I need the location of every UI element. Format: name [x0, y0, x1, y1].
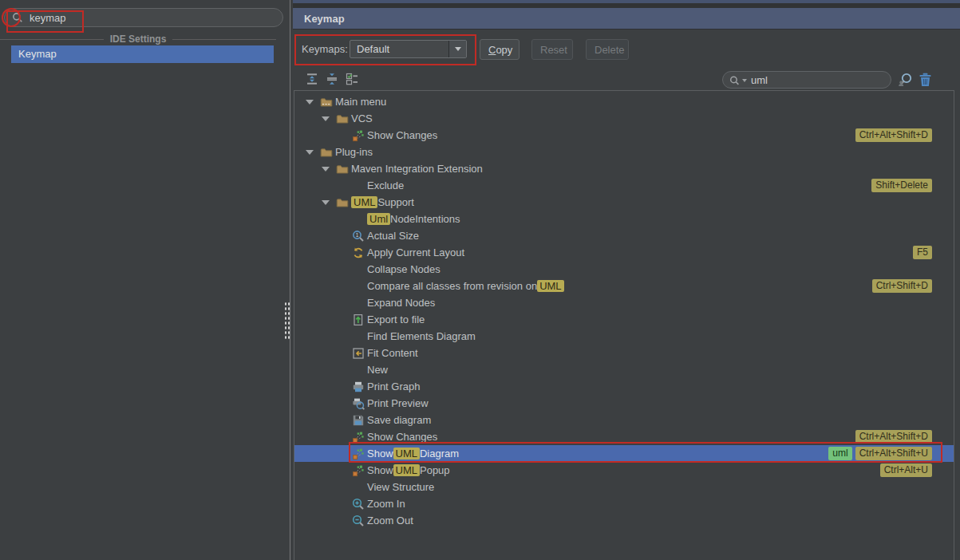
find-by-shortcut-icon[interactable] [897, 72, 913, 88]
combo-arrow-button[interactable] [448, 41, 466, 57]
chevron-expanded-icon[interactable] [304, 100, 320, 105]
copy-button[interactable]: Copy [480, 39, 520, 60]
shortcut-badge: Shift+Delete [871, 179, 932, 192]
settings-search-box[interactable] [4, 8, 283, 27]
folder-icon [320, 146, 335, 159]
tree-row-label: Show UML Popup [367, 464, 450, 476]
search-match-highlight: Uml [367, 213, 390, 225]
label-text: Actual Size [367, 230, 419, 242]
tree-row[interactable]: Expand Nodes [294, 294, 954, 311]
tree-row[interactable]: Compare all classes from revision on UML… [294, 278, 954, 294]
edit-filter-icon[interactable] [346, 73, 358, 85]
tree-row-label: Find Elements Diagram [367, 330, 476, 342]
tree-row[interactable]: Find Elements Diagram [294, 328, 954, 345]
label-text: Main menu [335, 96, 386, 108]
tree-row[interactable]: Plug-ins [294, 144, 954, 160]
tree-row[interactable]: UML Support [294, 194, 954, 211]
tree-row[interactable]: New [294, 361, 954, 378]
tree-row-label: Actual Size [367, 230, 419, 242]
tree-row[interactable]: Show UML DiagramumlCtrl+Alt+Shift+U [294, 445, 954, 462]
delete-button[interactable]: Delete [586, 39, 629, 60]
tree-row-label: View Structure [367, 481, 434, 493]
diagram-icon [352, 431, 367, 444]
divider [0, 39, 104, 40]
tree-row[interactable]: Collapse Nodes [294, 261, 954, 278]
expand-all-icon[interactable] [306, 73, 318, 85]
splitter[interactable] [290, 0, 290, 560]
print-icon [352, 381, 367, 393]
shortcut-badges: Ctrl+Alt+Shift+D [855, 128, 932, 142]
folder-menu-icon [320, 96, 335, 108]
tree-row-label: Print Preview [367, 397, 429, 409]
tree-row[interactable]: Fit Content [294, 345, 954, 361]
tree-row[interactable]: Show UML PopupCtrl+Alt+U [294, 462, 954, 479]
keymaps-select[interactable]: Default [350, 40, 467, 58]
sidebar-item-keymap[interactable]: Keymap [11, 45, 274, 63]
shortcut-badges: F5 [913, 246, 932, 259]
splitter-grip[interactable] [283, 301, 290, 339]
shortcut-search-box[interactable] [722, 71, 891, 89]
label-text: Print Preview [367, 397, 429, 409]
collapse-all-icon[interactable] [326, 73, 338, 85]
tree-row[interactable]: Zoom Out [294, 512, 954, 529]
tree-row[interactable]: Maven Integration Extension [294, 160, 954, 177]
actual-size-icon: 1 [352, 230, 367, 243]
tree-row[interactable]: ExcludeShift+Delete [294, 177, 954, 194]
label-text: Expand Nodes [367, 297, 435, 309]
chevron-expanded-icon[interactable] [304, 150, 320, 155]
tree-row[interactable]: Main menu [294, 93, 954, 110]
tree-row[interactable]: Print Preview [294, 395, 954, 412]
shortcut-search-input[interactable] [749, 73, 893, 87]
tree-row-label: Main menu [335, 96, 386, 108]
tree-row[interactable]: Print Graph [294, 378, 954, 395]
clear-search-trash-icon[interactable] [919, 73, 932, 87]
shortcut-badges: Ctrl+Shift+D [872, 279, 932, 293]
section-header-ide-settings: IDE Settings [0, 33, 276, 45]
reset-button[interactable]: Reset [531, 39, 573, 60]
label-text: Diagram [420, 448, 459, 459]
label-text: Zoom Out [367, 515, 413, 526]
settings-search-input[interactable] [28, 11, 275, 25]
search-icon [12, 12, 23, 23]
chevron-expanded-icon[interactable] [320, 200, 336, 205]
diagram-icon [352, 129, 367, 142]
label-text: View Structure [367, 481, 434, 493]
keymaps-selected-value: Default [350, 41, 448, 57]
tree-row[interactable]: VCS [294, 110, 954, 127]
search-match-highlight: UML [537, 280, 563, 292]
label-text: Show [367, 448, 393, 459]
chevron-expanded-icon[interactable] [320, 116, 336, 121]
layout-icon [352, 246, 367, 259]
tree-row[interactable]: View Structure [294, 479, 954, 495]
tree-row[interactable]: Zoom In [294, 495, 954, 512]
tree-row-label: Fit Content [367, 347, 418, 359]
tree-row[interactable]: Show ChangesCtrl+Alt+Shift+D [294, 428, 954, 445]
search-options-caret-icon[interactable] [742, 79, 747, 82]
tree-row-label: Apply Current Layout [367, 246, 464, 258]
tree-row[interactable]: Save diagram [294, 412, 954, 428]
folder-icon [336, 163, 351, 175]
label-text: New [367, 364, 388, 376]
shortcut-badge: Ctrl+Alt+U [880, 463, 932, 477]
label-text: Collapse Nodes [367, 263, 440, 275]
label-text: Export to file [367, 314, 425, 325]
folder-icon [336, 112, 351, 125]
tree-row-label: Print Graph [367, 381, 420, 392]
tree-row[interactable]: UmlNodeIntentions [294, 211, 954, 227]
zoom-in-icon [352, 498, 367, 511]
svg-text:1: 1 [356, 231, 359, 237]
label-text: Fit Content [367, 347, 418, 359]
label-text: Support [377, 196, 414, 208]
chevron-expanded-icon[interactable] [320, 167, 336, 172]
label-text: Show Changes [367, 129, 437, 141]
export-icon [352, 314, 367, 326]
shortcut-badge: Ctrl+Alt+Shift+D [855, 128, 932, 142]
tree-row[interactable]: Apply Current LayoutF5 [294, 244, 954, 261]
label-text: Plug-ins [335, 146, 373, 158]
tree-row[interactable]: Show ChangesCtrl+Alt+Shift+D [294, 127, 954, 144]
tree-row[interactable]: Export to file [294, 311, 954, 328]
tree-row-label: Exclude [367, 179, 404, 191]
abbreviation-badge: uml [828, 447, 851, 460]
label-text: Show Changes [367, 431, 437, 443]
tree-row[interactable]: 1Actual Size [294, 227, 954, 244]
